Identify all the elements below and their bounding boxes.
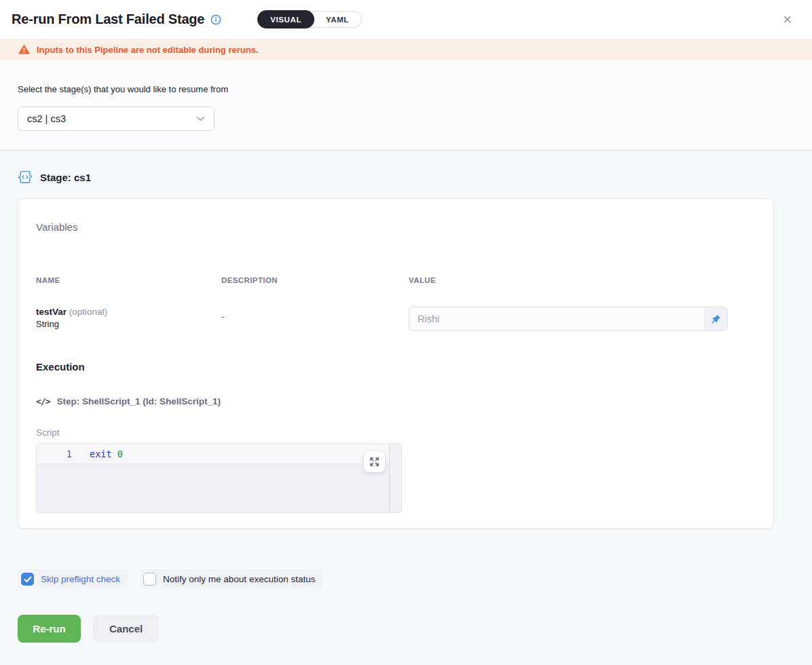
skip-preflight-checkbox[interactable]: Skip preflight check [18, 569, 128, 589]
stage-form-card: Variables NAME DESCRIPTION VALUE testVar… [18, 198, 774, 529]
variable-value-input[interactable] [409, 307, 704, 330]
column-description: DESCRIPTION [221, 276, 409, 284]
stage-select-value: cs2 | cs3 [27, 113, 66, 124]
chevron-down-icon [196, 116, 205, 121]
variable-value-cell [409, 307, 756, 331]
variables-table-header: NAME DESCRIPTION VALUE [36, 276, 756, 284]
variable-optional-tag: (optional) [69, 307, 107, 317]
code-line: 1 exit 0 [37, 444, 389, 464]
run-options-row: Skip preflight check Notify only me abou… [18, 569, 812, 589]
script-code-editor[interactable]: 1 exit 0 [36, 443, 402, 513]
cancel-button[interactable]: Cancel [93, 615, 159, 643]
warning-message: Inputs to this Pipeline are not editable… [37, 45, 258, 55]
variable-description: - [221, 307, 409, 322]
pin-icon[interactable] [704, 307, 727, 330]
skip-preflight-label: Skip preflight check [41, 574, 120, 584]
close-icon[interactable]: × [783, 12, 792, 27]
warning-icon [18, 44, 30, 55]
action-buttons-row: Re-run Cancel [18, 615, 812, 643]
stage-select-section: Select the stage(s) that you would like … [0, 60, 812, 151]
variable-value-input-group [409, 307, 728, 331]
variable-type: String [36, 319, 221, 329]
expand-icon[interactable] [364, 451, 385, 472]
stage-details-section: Stage: cs1 Variables NAME DESCRIPTION VA… [0, 151, 812, 643]
visual-yaml-toggle: VISUAL YAML [257, 11, 362, 28]
step-title: Step: ShellScript_1 (Id: ShellScript_1) [56, 396, 221, 406]
tab-visual[interactable]: VISUAL [257, 10, 314, 28]
editor-scrollbar[interactable] [389, 444, 390, 512]
info-icon[interactable] [210, 14, 221, 25]
stage-select-dropdown[interactable]: cs2 | cs3 [18, 107, 215, 131]
warning-banner: Inputs to this Pipeline are not editable… [0, 39, 812, 60]
rerun-button[interactable]: Re-run [18, 615, 81, 643]
notify-only-me-checkbox[interactable]: Notify only me about execution status [140, 569, 323, 589]
column-value: VALUE [409, 276, 756, 284]
column-name: NAME [36, 276, 221, 284]
table-row: testVar (optional) String - [36, 307, 756, 331]
modal-header: Re-run From Last Failed Stage VISUAL YAM… [0, 0, 812, 39]
checkmark-icon [21, 573, 34, 586]
tab-yaml[interactable]: YAML [314, 11, 361, 28]
stage-select-label: Select the stage(s) that you would like … [18, 84, 794, 94]
stage-title: Stage: cs1 [40, 172, 91, 183]
step-heading: </> Step: ShellScript_1 (Id: ShellScript… [36, 396, 756, 406]
checkbox-empty [143, 573, 156, 586]
code-keyword: exit [90, 449, 112, 459]
script-label: Script [36, 428, 756, 438]
custom-stage-icon [18, 170, 33, 184]
variable-name: testVar [36, 307, 67, 317]
execution-heading: Execution [36, 361, 756, 373]
page-title: Re-run From Last Failed Stage [12, 12, 204, 27]
variables-heading: Variables [36, 221, 756, 233]
code-argument: 0 [117, 449, 123, 459]
stage-heading: Stage: cs1 [18, 170, 812, 184]
variable-name-cell: testVar (optional) String [36, 307, 221, 329]
code-icon: </> [36, 396, 50, 406]
line-number: 1 [37, 449, 72, 459]
notify-only-me-label: Notify only me about execution status [163, 574, 315, 584]
